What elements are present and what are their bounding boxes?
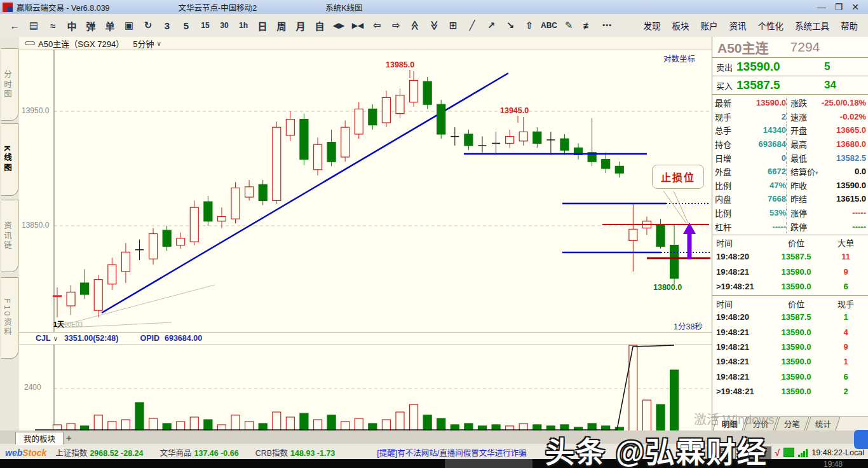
chart-symbol-label[interactable]: A50主连（SGX 7294） [38, 38, 124, 50]
bid-row[interactable]: 买入 13587.5 34 [712, 76, 868, 95]
quote-stat-row: 外盘6672结算价▾0.0 [712, 165, 868, 179]
tick-chart-icon[interactable]: 中 [64, 17, 80, 34]
close-button[interactable]: ✕ [851, 2, 859, 12]
side-tab-time-chart[interactable]: 分时图 [1, 48, 18, 121]
ask-price: 13590.0 [736, 60, 806, 74]
period-30min-button[interactable]: 30 [216, 17, 233, 34]
y-axis-tick-13950: 13950.0 [22, 106, 49, 115]
chart-header[interactable]: ⊂⊃ A50主连（SGX 7294） 5分钟 ∨ [19, 37, 712, 50]
stat-value: 2 [738, 112, 786, 121]
main-chart-canvas[interactable]: 13950.0 13850.0 13985.0 13945.0 13800.0 … [19, 50, 712, 332]
stat-label: 涨跌 [786, 97, 819, 109]
period-month-button[interactable]: 月 [292, 17, 309, 34]
stat-value: 6672 [738, 167, 786, 176]
menu-help[interactable]: 帮助 [841, 19, 858, 32]
ask-qty: 5 [824, 60, 830, 73]
menu-personalize[interactable]: 个性化 [758, 19, 784, 32]
high-price-annotation: 13985.0 [386, 60, 414, 69]
order-ticket-icon[interactable]: 单 [102, 17, 118, 34]
segment-line-icon[interactable]: ╱ [464, 17, 480, 34]
bid-label: 买入 [716, 79, 736, 92]
stat-value: ----- [738, 222, 786, 231]
menu-news[interactable]: 资讯 [729, 19, 747, 32]
text-label-icon[interactable]: ABC [540, 17, 558, 34]
period-5min-button[interactable]: 5 [178, 17, 194, 34]
quote-stat-row: 最新13590.0涨跌-25.0/0.18% [712, 96, 868, 110]
indicator-header[interactable]: CJL ∨ 3351.00(52:48) OPID 693684.00 [19, 332, 712, 345]
app-logo-icon [3, 3, 13, 12]
quote-stat-row: 比例53%涨停----- [712, 206, 868, 220]
quote-stat-row: 比例47%昨收13590.0 [712, 179, 868, 193]
split-window-icon[interactable]: ⊞ [445, 17, 461, 34]
side-tab-f10[interactable]: F10资料 [1, 277, 18, 359]
period-1h-button[interactable]: 1h [235, 17, 252, 34]
window-controls: — ❐ ✕ [817, 2, 868, 12]
menu-discover[interactable]: 发现 [644, 19, 661, 32]
stat-label: 现手 [715, 111, 738, 123]
stop-loss-callout: 止损位 [652, 165, 704, 189]
stat-value: 693684 [738, 139, 786, 149]
taskbar-button[interactable] [445, 459, 532, 468]
panel-tab-3[interactable]: 统计 [806, 416, 840, 430]
compress-bars-icon[interactable]: ◀▶ [330, 17, 347, 34]
refresh-icon[interactable]: ↻ [140, 17, 156, 34]
chevron-down-icon[interactable]: ▾ [815, 170, 818, 176]
minimize-button[interactable]: — [817, 2, 826, 12]
popup-quote-icon[interactable]: 弹 [83, 17, 99, 34]
add-board-button[interactable]: + [66, 432, 72, 443]
arrow-draw-icon[interactable]: ↘ [502, 17, 519, 34]
panel-tab-2[interactable]: 分笔 [775, 416, 809, 430]
quote-stat-row: 杠杆-----跌停----- [712, 219, 868, 233]
log-scale-label: 对数坐标 [663, 52, 695, 64]
chart-period-label[interactable]: 5分钟 [133, 38, 154, 50]
stat-label: 速涨 [786, 111, 819, 123]
period-week-button[interactable]: 周 [273, 17, 290, 34]
restore-button[interactable]: ❐ [835, 2, 843, 12]
volume-chart-canvas[interactable]: 2400 [19, 345, 712, 432]
stat-label: 比例 [715, 179, 738, 191]
trade-row: 19:48:2013587.51 [712, 310, 868, 324]
bid-qty: 34 [824, 79, 836, 92]
quote-stat-row: 持仓693684最高13680.0 [712, 137, 868, 151]
period-custom-button[interactable]: 自 [311, 17, 328, 34]
chevron-down-icon[interactable]: ∨ [156, 40, 161, 47]
connection-antenna-icon: √ [775, 448, 780, 458]
menu-system-tools[interactable]: 系统工具 [795, 19, 829, 32]
save-icon[interactable]: ▣ [121, 17, 137, 34]
ask-row[interactable]: 卖出 13590.0 5 [712, 58, 868, 76]
hollow-arrow-icon[interactable]: ⇧ [521, 17, 538, 34]
trend-draw-icon[interactable]: ↗ [483, 17, 499, 34]
chevron-down-icon[interactable]: ∨ [53, 335, 58, 342]
side-tab-news[interactable]: 资讯链 [1, 200, 18, 272]
pan-right-icon[interactable]: ⇨ [388, 17, 404, 34]
table-header: 时间价位大单 [712, 237, 868, 249]
period-3min-button[interactable]: 3 [159, 17, 175, 34]
floating-badge[interactable] [854, 430, 868, 449]
trend-line-icon[interactable]: ≈ [44, 17, 61, 34]
menu-account[interactable]: 账户 [701, 19, 718, 32]
expand-bars-icon[interactable]: ▶◀ [349, 17, 366, 34]
period-15min-button[interactable]: 15 [197, 17, 214, 34]
page-down-icon[interactable]: ≪ [426, 17, 442, 34]
period-day-button[interactable]: 日 [254, 17, 271, 34]
indicator-name[interactable]: CJL [36, 334, 51, 343]
more-tools-icon[interactable]: ⋯ [599, 17, 615, 34]
stat-value: 7668 [738, 194, 786, 203]
status-clock: 19:48:22-Local [811, 448, 864, 457]
board-tab-my[interactable]: 我的板块 [15, 432, 64, 444]
quote-panel-header: A50主连 7294 [712, 37, 868, 58]
back-icon[interactable]: ← [6, 17, 23, 34]
stat-label: 跌停 [786, 221, 819, 233]
eraser-icon[interactable]: ✎ [560, 17, 577, 34]
pan-left-icon[interactable]: ⇦ [369, 17, 385, 34]
window-title: 系统K线图 [325, 1, 362, 13]
indicator-settings-icon[interactable]: ≢ [580, 17, 596, 34]
quote-panel: A50主连 7294 卖出 13590.0 5 买入 13587.5 34 最新… [712, 37, 868, 430]
side-tab-kline[interactable]: K线图 [1, 123, 18, 196]
page-up-icon[interactable]: ≪ [407, 17, 423, 34]
quote-code: 7294 [790, 39, 820, 55]
quote-board-icon[interactable]: ▤ [25, 17, 42, 34]
x-axis-sub-label: 80E03 [64, 321, 83, 328]
stat-value: -0.02% [819, 112, 866, 121]
menu-board[interactable]: 板块 [672, 19, 689, 32]
